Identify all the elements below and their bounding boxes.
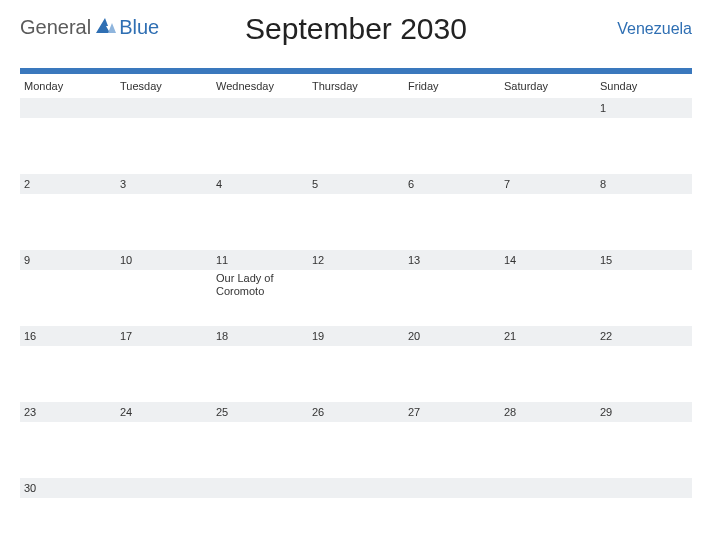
day-number <box>500 98 596 118</box>
day-event <box>500 118 596 174</box>
day-number: 19 <box>308 326 404 346</box>
day-event <box>308 118 404 174</box>
day-event <box>500 422 596 478</box>
day-event <box>596 498 692 536</box>
day-number <box>500 478 596 498</box>
day-number: 22 <box>596 326 692 346</box>
day-number: 9 <box>20 250 116 270</box>
day-event <box>212 118 308 174</box>
day-event <box>116 118 212 174</box>
day-number: 21 <box>500 326 596 346</box>
day-number: 5 <box>308 174 404 194</box>
weekday-label: Monday <box>20 74 116 98</box>
day-event <box>500 346 596 402</box>
day-event <box>308 270 404 326</box>
brand-part1: General <box>20 16 91 39</box>
day-event <box>20 194 116 250</box>
day-number: 20 <box>404 326 500 346</box>
day-event <box>20 422 116 478</box>
week-body-row <box>20 346 692 402</box>
day-event: Our Lady of Coromoto <box>212 270 308 326</box>
week-number-row: 23242526272829 <box>20 402 692 422</box>
brand-logo: General Blue <box>20 16 159 39</box>
day-number: 25 <box>212 402 308 422</box>
week-number-row: 1 <box>20 98 692 118</box>
day-number: 2 <box>20 174 116 194</box>
day-event <box>404 270 500 326</box>
weekday-label: Friday <box>404 74 500 98</box>
header: General Blue September 2030 Venezuela <box>20 12 692 60</box>
day-number: 8 <box>596 174 692 194</box>
brand-mark-icon <box>95 16 117 39</box>
day-number: 24 <box>116 402 212 422</box>
day-event <box>116 422 212 478</box>
day-number: 14 <box>500 250 596 270</box>
day-event <box>596 422 692 478</box>
day-number: 26 <box>308 402 404 422</box>
day-event <box>116 346 212 402</box>
day-number: 27 <box>404 402 500 422</box>
day-number: 10 <box>116 250 212 270</box>
week-number-row: 2345678 <box>20 174 692 194</box>
day-event <box>20 270 116 326</box>
weekday-label: Wednesday <box>212 74 308 98</box>
week-body-row <box>20 194 692 250</box>
day-number <box>404 478 500 498</box>
day-number: 1 <box>596 98 692 118</box>
week-body-row <box>20 498 692 536</box>
week-body-row: Our Lady of Coromoto <box>20 270 692 326</box>
day-event <box>20 346 116 402</box>
day-number: 16 <box>20 326 116 346</box>
day-event <box>212 498 308 536</box>
day-number: 4 <box>212 174 308 194</box>
day-number: 15 <box>596 250 692 270</box>
week-body-row <box>20 118 692 174</box>
weekday-label: Tuesday <box>116 74 212 98</box>
weekday-label: Saturday <box>500 74 596 98</box>
day-event <box>500 498 596 536</box>
day-number <box>212 98 308 118</box>
day-event <box>500 270 596 326</box>
day-event <box>500 194 596 250</box>
brand-part2: Blue <box>119 16 159 39</box>
day-number: 23 <box>20 402 116 422</box>
day-event <box>20 498 116 536</box>
day-event <box>596 270 692 326</box>
day-event <box>404 498 500 536</box>
day-event <box>308 194 404 250</box>
day-event <box>596 118 692 174</box>
day-number <box>116 478 212 498</box>
day-number <box>116 98 212 118</box>
day-event <box>212 194 308 250</box>
day-number: 12 <box>308 250 404 270</box>
week-number-row: 30 <box>20 478 692 498</box>
day-number <box>308 98 404 118</box>
day-event <box>308 346 404 402</box>
day-event <box>308 498 404 536</box>
weekday-label: Thursday <box>308 74 404 98</box>
day-event <box>308 422 404 478</box>
day-event <box>596 194 692 250</box>
page-title: September 2030 <box>245 12 467 46</box>
day-number: 17 <box>116 326 212 346</box>
day-number: 3 <box>116 174 212 194</box>
day-event <box>116 270 212 326</box>
day-event <box>116 194 212 250</box>
day-event <box>404 194 500 250</box>
day-event <box>404 422 500 478</box>
day-number <box>308 478 404 498</box>
weekday-header-row: Monday Tuesday Wednesday Thursday Friday… <box>20 74 692 98</box>
day-number: 6 <box>404 174 500 194</box>
day-event <box>116 498 212 536</box>
day-number <box>20 98 116 118</box>
day-number: 7 <box>500 174 596 194</box>
day-event <box>404 118 500 174</box>
week-number-row: 16171819202122 <box>20 326 692 346</box>
day-number: 30 <box>20 478 116 498</box>
day-number <box>596 478 692 498</box>
week-body-row <box>20 422 692 478</box>
calendar-grid: 123456789101112131415Our Lady of Coromot… <box>20 98 692 536</box>
day-number: 13 <box>404 250 500 270</box>
day-event <box>212 346 308 402</box>
day-number: 18 <box>212 326 308 346</box>
